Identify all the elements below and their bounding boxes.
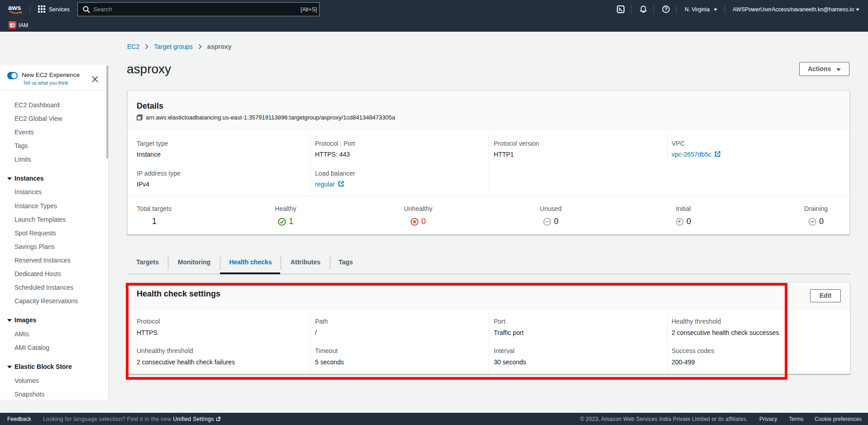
svg-text:?: ? bbox=[664, 6, 667, 12]
svg-text:aws: aws bbox=[8, 4, 21, 11]
